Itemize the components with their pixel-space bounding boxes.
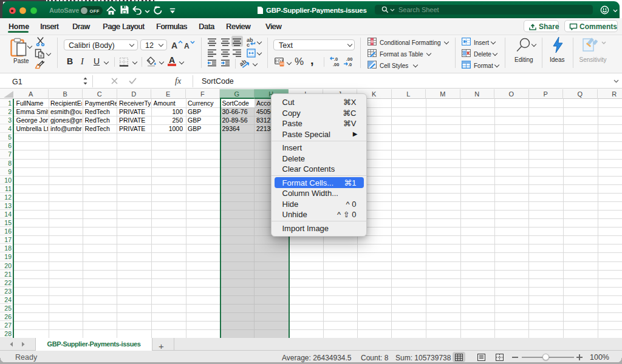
svg-text:c: c xyxy=(247,42,250,47)
svg-text:.00: .00 xyxy=(346,56,352,62)
svg-text:.0: .0 xyxy=(334,56,338,62)
svg-text:.0: .0 xyxy=(348,62,352,67)
svg-text:.00: .00 xyxy=(333,62,339,67)
